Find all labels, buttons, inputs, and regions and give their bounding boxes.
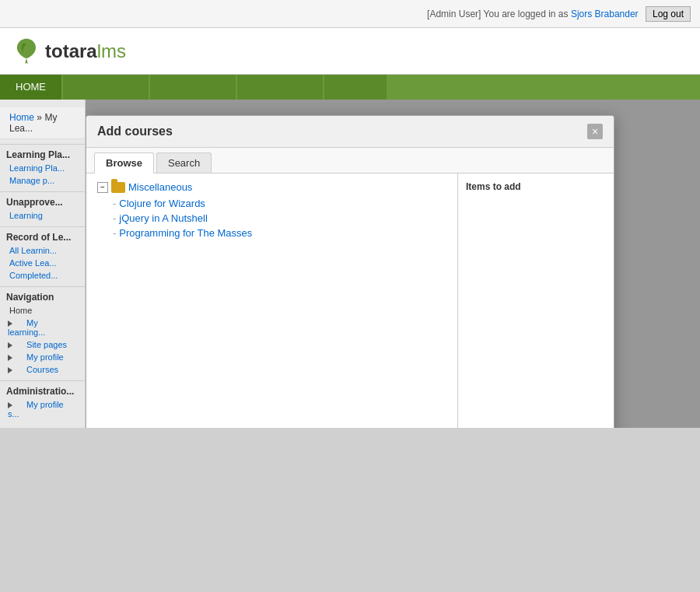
logout-button[interactable]: Log out <box>646 6 691 22</box>
courses-item: Courses <box>0 363 85 376</box>
course-dash-2: - <box>113 212 116 224</box>
navigation-section: Navigation <box>0 286 85 304</box>
folder-icon <box>111 182 125 193</box>
items-panel: Items to add <box>458 173 614 428</box>
breadcrumb: Home » My Lea... <box>0 107 85 139</box>
tab-search[interactable]: Search <box>156 152 212 173</box>
active-learning-link[interactable]: Active Lea... <box>0 257 85 269</box>
nav-item-2[interactable] <box>63 75 149 100</box>
my-profile-item: My profile <box>0 351 85 363</box>
top-bar-right: [Admin User] You are logged in as Sjors … <box>427 6 691 22</box>
arrow-icon-3 <box>8 355 12 361</box>
course-item-1: - Clojure for Wizards <box>113 196 450 211</box>
logo-icon <box>11 36 42 67</box>
learning-link[interactable]: Learning <box>0 209 85 222</box>
tree-category-header: − Miscellaneous <box>97 181 450 193</box>
content-area: Add courses × Browse Search − <box>86 100 700 428</box>
arrow-icon-2 <box>8 342 12 349</box>
admin-label: [Admin User] <box>427 9 481 19</box>
top-bar: [Admin User] You are logged in as Sjors … <box>0 0 700 28</box>
site-pages-link[interactable]: Site pages <box>17 338 73 351</box>
modal-header: Add courses × <box>86 116 614 148</box>
nav-item-3[interactable] <box>150 75 236 100</box>
course-link-2[interactable]: jQuery in A Nutshell <box>119 212 207 224</box>
learning-plans-section: Learning Pla... <box>0 144 85 162</box>
admin-profile-item: My profile s... <box>0 398 85 420</box>
logged-in-text: You are logged in as <box>484 9 569 19</box>
nav-bar: HOME <box>0 75 700 100</box>
browse-panel: − Miscellaneous - Clojure for Wizards <box>86 173 458 428</box>
course-link-3[interactable]: Programming for The Masses <box>119 227 252 239</box>
course-dash-1: - <box>113 198 116 209</box>
arrow-icon-4 <box>8 367 12 373</box>
breadcrumb-separator: » <box>37 112 42 123</box>
site-pages-item: Site pages <box>0 338 85 351</box>
my-profile-link[interactable]: My profile <box>17 351 70 363</box>
courses-link[interactable]: Courses <box>17 363 65 376</box>
logo-text: totaralms <box>45 40 126 62</box>
manage-link[interactable]: Manage p... <box>0 174 85 187</box>
unapproved-section: Unapprove... <box>0 191 85 209</box>
items-panel-title: Items to add <box>466 181 606 192</box>
modal-tabs: Browse Search <box>86 148 614 173</box>
username-link[interactable]: Sjors Brabander <box>571 9 639 19</box>
completed-link[interactable]: Completed... <box>0 269 85 282</box>
all-learning-link[interactable]: All Learnin... <box>0 244 85 257</box>
sidebar: Home » My Lea... Learning Pla... Learnin… <box>0 100 86 428</box>
modal-body: − Miscellaneous - Clojure for Wizards <box>86 173 614 428</box>
administration-section: Administratio... <box>0 380 85 398</box>
tree-courses-list: - Clojure for Wizards - jQuery in A Nuts… <box>113 196 450 240</box>
modal-close-button[interactable]: × <box>587 124 603 139</box>
nav-item-5[interactable] <box>324 75 387 100</box>
modal-title: Add courses <box>97 124 173 138</box>
course-link-1[interactable]: Clojure for Wizards <box>119 198 205 209</box>
tree-expand-button[interactable]: − <box>97 182 108 193</box>
logo-area: totaralms <box>0 28 700 75</box>
my-learning-link[interactable]: My learning... <box>8 317 51 338</box>
breadcrumb-home[interactable]: Home <box>9 112 34 123</box>
admin-profile-link[interactable]: My profile s... <box>8 398 64 420</box>
home-link2[interactable]: Home <box>0 304 85 317</box>
course-item-2: - jQuery in A Nutshell <box>113 211 450 226</box>
my-learning-item: My learning... <box>0 317 85 338</box>
modal-overlay: Add courses × Browse Search − <box>86 100 700 428</box>
brand-lms: lms <box>97 40 126 61</box>
category-name-link[interactable]: Miscellaneous <box>128 181 192 193</box>
course-dash-3: - <box>113 227 116 239</box>
nav-home[interactable]: HOME <box>0 75 61 100</box>
main-layout: Home » My Lea... Learning Pla... Learnin… <box>0 100 700 428</box>
course-item-3: - Programming for The Masses <box>113 226 450 240</box>
brand-name: totara <box>45 40 97 61</box>
learning-plans-sub-link[interactable]: Learning Pla... <box>0 162 85 174</box>
add-courses-modal: Add courses × Browse Search − <box>86 115 614 428</box>
record-section: Record of Le... <box>0 226 85 244</box>
nav-item-4[interactable] <box>237 75 323 100</box>
tree-category-miscellaneous: − Miscellaneous - Clojure for Wizards <box>97 181 450 240</box>
tab-browse[interactable]: Browse <box>94 152 154 173</box>
